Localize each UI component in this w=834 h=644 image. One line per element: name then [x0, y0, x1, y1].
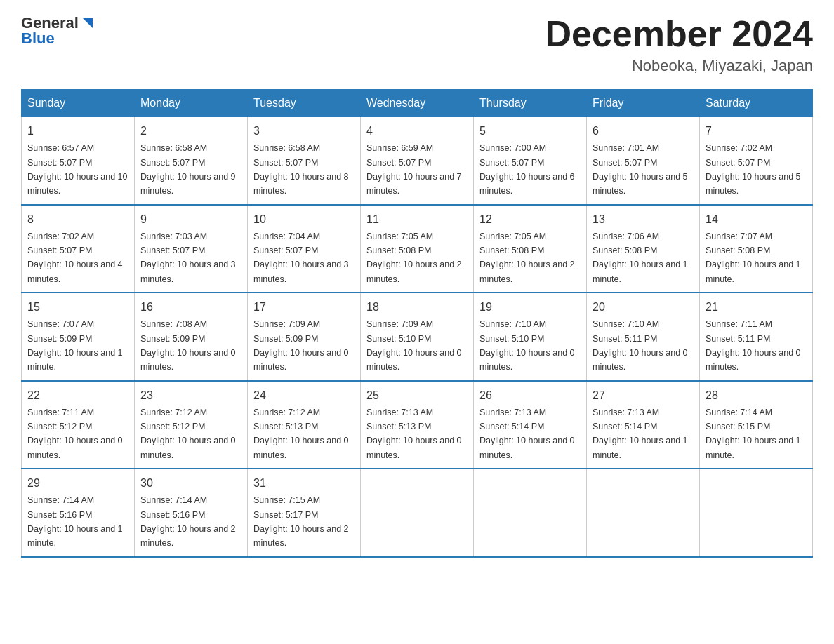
- calendar-cell: 16 Sunrise: 7:08 AMSunset: 5:09 PMDaylig…: [135, 293, 248, 381]
- calendar-cell: [361, 469, 474, 557]
- title-section: December 2024 Nobeoka, Miyazaki, Japan: [545, 14, 813, 75]
- calendar-table: Sunday Monday Tuesday Wednesday Thursday…: [21, 89, 813, 558]
- calendar-cell: 10 Sunrise: 7:04 AMSunset: 5:07 PMDaylig…: [248, 205, 361, 293]
- day-info: Sunrise: 7:02 AMSunset: 5:07 PMDaylight:…: [27, 232, 123, 284]
- calendar-cell: 6 Sunrise: 7:01 AMSunset: 5:07 PMDayligh…: [587, 117, 700, 205]
- day-info: Sunrise: 7:05 AMSunset: 5:08 PMDaylight:…: [366, 232, 462, 284]
- day-info: Sunrise: 7:11 AMSunset: 5:12 PMDaylight:…: [27, 408, 123, 460]
- day-info: Sunrise: 7:10 AMSunset: 5:10 PMDaylight:…: [479, 319, 575, 372]
- day-info: Sunrise: 6:57 AMSunset: 5:07 PMDaylight:…: [27, 143, 127, 196]
- calendar-cell: 14 Sunrise: 7:07 AMSunset: 5:08 PMDaylig…: [700, 205, 813, 293]
- day-number: 12: [479, 211, 581, 228]
- day-number: 3: [253, 123, 355, 140]
- calendar-cell: 20 Sunrise: 7:10 AMSunset: 5:11 PMDaylig…: [587, 293, 700, 381]
- day-number: 17: [253, 299, 355, 316]
- calendar-cell: 3 Sunrise: 6:58 AMSunset: 5:07 PMDayligh…: [248, 117, 361, 205]
- header-saturday: Saturday: [700, 90, 813, 117]
- calendar-cell: 30 Sunrise: 7:14 AMSunset: 5:16 PMDaylig…: [135, 469, 248, 557]
- day-number: 29: [27, 475, 128, 492]
- logo-triangle-icon: [80, 15, 95, 31]
- day-number: 21: [706, 299, 807, 316]
- logo: General Blue: [21, 14, 95, 48]
- calendar-cell: 26 Sunrise: 7:13 AMSunset: 5:14 PMDaylig…: [474, 381, 587, 469]
- day-number: 15: [27, 299, 128, 316]
- header-wednesday: Wednesday: [361, 90, 474, 117]
- header-thursday: Thursday: [474, 90, 587, 117]
- day-info: Sunrise: 7:01 AMSunset: 5:07 PMDaylight:…: [593, 143, 688, 196]
- day-number: 6: [593, 123, 694, 140]
- day-number: 31: [253, 475, 355, 492]
- day-info: Sunrise: 6:58 AMSunset: 5:07 PMDaylight:…: [140, 143, 236, 196]
- day-info: Sunrise: 6:58 AMSunset: 5:07 PMDaylight:…: [253, 143, 349, 196]
- calendar-cell: 28 Sunrise: 7:14 AMSunset: 5:15 PMDaylig…: [700, 381, 813, 469]
- day-number: 11: [366, 211, 468, 228]
- day-number: 8: [27, 211, 128, 228]
- calendar-cell: 29 Sunrise: 7:14 AMSunset: 5:16 PMDaylig…: [22, 469, 135, 557]
- calendar-cell: 11 Sunrise: 7:05 AMSunset: 5:08 PMDaylig…: [361, 205, 474, 293]
- calendar-week-row-5: 29 Sunrise: 7:14 AMSunset: 5:16 PMDaylig…: [22, 469, 813, 557]
- calendar-cell: 27 Sunrise: 7:13 AMSunset: 5:14 PMDaylig…: [587, 381, 700, 469]
- calendar-cell: 13 Sunrise: 7:06 AMSunset: 5:08 PMDaylig…: [587, 205, 700, 293]
- calendar-cell: [474, 469, 587, 557]
- calendar-cell: 15 Sunrise: 7:07 AMSunset: 5:09 PMDaylig…: [22, 293, 135, 381]
- day-number: 10: [253, 211, 355, 228]
- day-info: Sunrise: 7:07 AMSunset: 5:09 PMDaylight:…: [27, 319, 123, 372]
- day-info: Sunrise: 7:00 AMSunset: 5:07 PMDaylight:…: [479, 143, 575, 196]
- day-number: 4: [366, 123, 468, 140]
- calendar-week-row-4: 22 Sunrise: 7:11 AMSunset: 5:12 PMDaylig…: [22, 381, 813, 469]
- page-header: General Blue December 2024 Nobeoka, Miya…: [21, 14, 813, 75]
- day-info: Sunrise: 7:13 AMSunset: 5:13 PMDaylight:…: [366, 408, 462, 460]
- day-info: Sunrise: 7:15 AMSunset: 5:17 PMDaylight:…: [253, 495, 349, 548]
- calendar-cell: 21 Sunrise: 7:11 AMSunset: 5:11 PMDaylig…: [700, 293, 813, 381]
- calendar-cell: [587, 469, 700, 557]
- day-number: 23: [140, 387, 241, 404]
- header-tuesday: Tuesday: [248, 90, 361, 117]
- day-number: 26: [479, 387, 581, 404]
- day-number: 19: [479, 299, 581, 316]
- location: Nobeoka, Miyazaki, Japan: [545, 57, 813, 75]
- calendar-cell: 23 Sunrise: 7:12 AMSunset: 5:12 PMDaylig…: [135, 381, 248, 469]
- day-info: Sunrise: 7:04 AMSunset: 5:07 PMDaylight:…: [253, 232, 349, 284]
- calendar-cell: 12 Sunrise: 7:05 AMSunset: 5:08 PMDaylig…: [474, 205, 587, 293]
- calendar-week-row-2: 8 Sunrise: 7:02 AMSunset: 5:07 PMDayligh…: [22, 205, 813, 293]
- calendar-week-row-3: 15 Sunrise: 7:07 AMSunset: 5:09 PMDaylig…: [22, 293, 813, 381]
- day-info: Sunrise: 7:08 AMSunset: 5:09 PMDaylight:…: [140, 319, 236, 372]
- day-number: 2: [140, 123, 241, 140]
- calendar-cell: 19 Sunrise: 7:10 AMSunset: 5:10 PMDaylig…: [474, 293, 587, 381]
- day-number: 18: [366, 299, 468, 316]
- calendar-cell: 8 Sunrise: 7:02 AMSunset: 5:07 PMDayligh…: [22, 205, 135, 293]
- day-number: 13: [593, 211, 694, 228]
- calendar-header-row: Sunday Monday Tuesday Wednesday Thursday…: [22, 90, 813, 117]
- day-info: Sunrise: 7:14 AMSunset: 5:16 PMDaylight:…: [27, 495, 123, 548]
- day-number: 5: [479, 123, 581, 140]
- day-number: 20: [593, 299, 694, 316]
- calendar-cell: 1 Sunrise: 6:57 AMSunset: 5:07 PMDayligh…: [22, 117, 135, 205]
- day-number: 22: [27, 387, 128, 404]
- calendar-cell: 2 Sunrise: 6:58 AMSunset: 5:07 PMDayligh…: [135, 117, 248, 205]
- calendar-cell: 7 Sunrise: 7:02 AMSunset: 5:07 PMDayligh…: [700, 117, 813, 205]
- calendar-cell: 9 Sunrise: 7:03 AMSunset: 5:07 PMDayligh…: [135, 205, 248, 293]
- calendar-cell: 18 Sunrise: 7:09 AMSunset: 5:10 PMDaylig…: [361, 293, 474, 381]
- day-info: Sunrise: 7:12 AMSunset: 5:13 PMDaylight:…: [253, 408, 349, 460]
- day-info: Sunrise: 7:06 AMSunset: 5:08 PMDaylight:…: [593, 232, 688, 284]
- calendar-cell: 24 Sunrise: 7:12 AMSunset: 5:13 PMDaylig…: [248, 381, 361, 469]
- calendar-cell: 4 Sunrise: 6:59 AMSunset: 5:07 PMDayligh…: [361, 117, 474, 205]
- day-number: 30: [140, 475, 241, 492]
- day-info: Sunrise: 7:12 AMSunset: 5:12 PMDaylight:…: [140, 408, 236, 460]
- day-number: 7: [706, 123, 807, 140]
- day-number: 1: [27, 123, 128, 140]
- day-number: 16: [140, 299, 241, 316]
- day-info: Sunrise: 7:09 AMSunset: 5:10 PMDaylight:…: [366, 319, 462, 372]
- day-info: Sunrise: 7:05 AMSunset: 5:08 PMDaylight:…: [479, 232, 575, 284]
- day-number: 9: [140, 211, 241, 228]
- calendar-cell: 25 Sunrise: 7:13 AMSunset: 5:13 PMDaylig…: [361, 381, 474, 469]
- day-info: Sunrise: 7:07 AMSunset: 5:08 PMDaylight:…: [706, 232, 801, 284]
- calendar-cell: 31 Sunrise: 7:15 AMSunset: 5:17 PMDaylig…: [248, 469, 361, 557]
- calendar-cell: 17 Sunrise: 7:09 AMSunset: 5:09 PMDaylig…: [248, 293, 361, 381]
- day-info: Sunrise: 7:10 AMSunset: 5:11 PMDaylight:…: [593, 319, 688, 372]
- day-info: Sunrise: 7:14 AMSunset: 5:15 PMDaylight:…: [706, 408, 801, 460]
- header-sunday: Sunday: [22, 90, 135, 117]
- day-info: Sunrise: 7:02 AMSunset: 5:07 PMDaylight:…: [706, 143, 801, 196]
- day-info: Sunrise: 7:13 AMSunset: 5:14 PMDaylight:…: [479, 408, 575, 460]
- calendar-cell: 22 Sunrise: 7:11 AMSunset: 5:12 PMDaylig…: [22, 381, 135, 469]
